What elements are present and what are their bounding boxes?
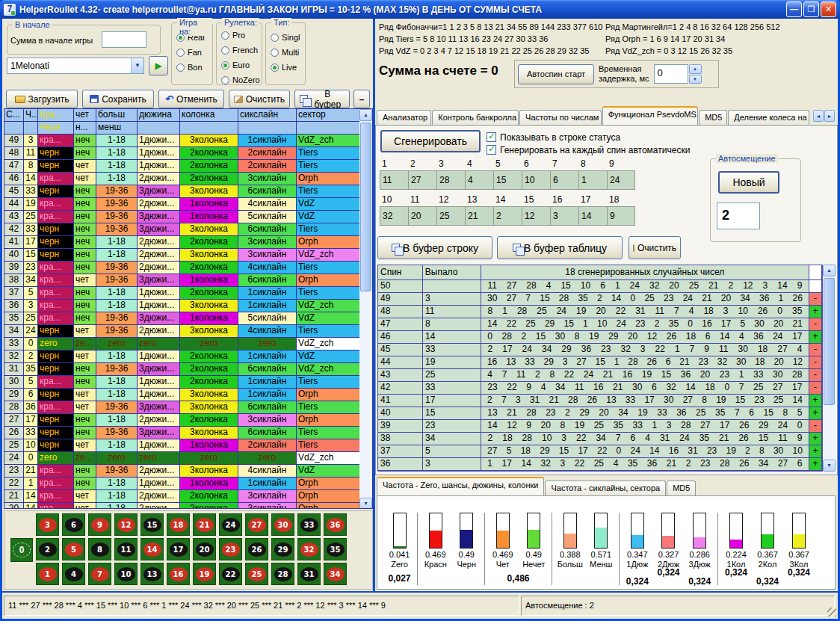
clear-button[interactable]: Очистить: [229, 90, 290, 108]
radio-nozero[interactable]: NoZero: [221, 73, 262, 87]
chevron-down-icon[interactable]: ▼: [131, 58, 143, 73]
table-row[interactable]: 2633черннеч19-363дюжи...3колонка6сиклайн…: [4, 427, 372, 439]
tab-Контроль банкролла[interactable]: Контроль банкролла: [432, 110, 519, 125]
bet-number-cell[interactable]: 22: [219, 563, 242, 585]
bet-number-cell[interactable]: 29: [271, 538, 294, 560]
clear-gen-button[interactable]: Очистить: [629, 236, 681, 259]
bet-number-cell[interactable]: 2: [36, 538, 59, 560]
tab-scroll-arrows[interactable]: ◄ ►: [813, 110, 835, 122]
table-row[interactable]: 330zeroze...zerozerozerozeroVdZ_zch: [4, 338, 372, 350]
gen-table-row[interactable]: 3834218281032234764312435212615119+: [378, 433, 822, 445]
bet-number-cell[interactable]: 35: [324, 538, 347, 560]
radio-french[interactable]: French: [221, 43, 262, 57]
generate-button[interactable]: Сгенерировать: [380, 130, 481, 152]
close-button[interactable]: ✕: [821, 1, 836, 17]
table-row[interactable]: 4233черннеч19-363дюжи...3колонка6сиклайн…: [4, 223, 372, 236]
table-row[interactable]: 2321кра...неч19-362дюжи...3колонка4сикла…: [4, 465, 372, 478]
bet-number-cell[interactable]: 1: [36, 563, 59, 585]
bet-number-cell[interactable]: 19: [193, 563, 216, 585]
bet-number-cell[interactable]: 36: [324, 513, 347, 536]
scroll-up-icon[interactable]: ▲: [823, 265, 836, 276]
tab-Анализатор[interactable]: Анализатор: [377, 110, 431, 125]
table-row[interactable]: 2836кра...чет19-363дюжи...3колонка6сикла…: [4, 401, 372, 414]
resize-grip[interactable]: [827, 608, 836, 617]
bet-number-cell[interactable]: 17: [167, 538, 190, 560]
gen-table-row[interactable]: 47814222529151102423235016175302021-: [378, 318, 822, 331]
table-row[interactable]: 3525кра...неч19-363дюжи...1колонка5сикла…: [4, 312, 372, 325]
minimize-button[interactable]: —: [786, 1, 802, 17]
title-bar[interactable]: 7 HelperRoullet 4.32- create helperroull…: [0, 0, 840, 19]
load-button[interactable]: Загрузить: [6, 90, 78, 108]
bet-number-cell[interactable]: 27: [245, 513, 268, 536]
checkbox-icon[interactable]: [487, 132, 496, 142]
bet-number-cell[interactable]: 12: [114, 513, 138, 536]
table-row[interactable]: 3424чернчет19-362дюжи...3колонка4сиклайн…: [4, 325, 372, 338]
bet-number-cell[interactable]: 9: [88, 513, 111, 536]
checkbox-autogenerate[interactable]: Генерировать на каждый спин автоматическ…: [487, 143, 690, 156]
bet-number-cell[interactable]: 3: [36, 513, 59, 536]
generated-table-scrollbar[interactable]: ▲ ▼: [823, 265, 836, 472]
tab-scroll-left-icon[interactable]: ◄: [813, 110, 824, 122]
scroll-down-icon[interactable]: ▼: [359, 498, 372, 509]
table-row[interactable]: 4015черннеч1-182дюжи...3колонка3сиклайнV…: [4, 249, 372, 262]
bet-number-cell[interactable]: 13: [140, 563, 164, 585]
scroll-down-icon[interactable]: ▼: [823, 460, 836, 472]
gen-table-row[interactable]: 49330277152835214025232421203436126-: [378, 293, 822, 306]
bet-number-cell[interactable]: 7: [88, 563, 111, 585]
radio-multi[interactable]: Multi: [271, 46, 305, 59]
preset-combobox[interactable]: 1Melonati ▼: [7, 58, 144, 74]
tab-Частоты по числам[interactable]: Частоты по числам: [519, 110, 602, 125]
freq-tab-MD5[interactable]: MD5: [667, 481, 696, 495]
bet-number-cell[interactable]: 34: [324, 563, 347, 585]
table-row[interactable]: 4811черннеч1-181дюжи...2колонка2сиклайнT…: [4, 147, 372, 160]
gen-table-row[interactable]: 46140282153081929201226186144362417+: [378, 331, 822, 344]
bet-number-cell[interactable]: 6: [62, 513, 85, 536]
gen-table-row[interactable]: 37527518291517220241416312319283010+: [378, 445, 822, 458]
table-row[interactable]: 4614кра...чет1-182дюжи...2колонка3сиклай…: [4, 173, 372, 185]
bet-number-cell[interactable]: 31: [297, 563, 321, 585]
gen-table-row[interactable]: 39231412920819253533132827172629240-: [378, 420, 822, 433]
buffer-table-button[interactable]: В буфер таблицу: [497, 236, 623, 259]
tab-Деление колеса на[interactable]: Деление колеса на: [728, 110, 809, 125]
play-button[interactable]: ▶: [149, 56, 168, 75]
table-row[interactable]: 2510чернчет1-181дюжи...1колонка2сиклайнT…: [4, 439, 372, 452]
table-row[interactable]: 322чернчет1-181дюжи...2колонка1сиклайнVd…: [4, 350, 372, 363]
bet-number-cell[interactable]: 5: [62, 538, 85, 560]
radio-bon[interactable]: Bon: [176, 61, 212, 74]
freq-tab-Частота - сиклайны, сектора[interactable]: Частота - сиклайны, сектора: [545, 481, 666, 495]
freq-tab-Частота - Zero, шансы, дюжины, колонки[interactable]: Частота - Zero, шансы, дюжины, колонки: [377, 477, 544, 495]
gen-table-row[interactable]: 43254711282224211619153620231333028-: [378, 369, 822, 382]
undo-button[interactable]: ↶Отменить: [158, 90, 224, 108]
radio-singl[interactable]: Singl: [271, 31, 305, 44]
spin-down-icon[interactable]: ▼: [689, 75, 702, 84]
table-row[interactable]: 493кра...неч1-181дюжи...3колонка1сиклайн…: [4, 135, 372, 147]
scrollbar-thumb[interactable]: [824, 278, 835, 405]
table-row[interactable]: 4533черннеч19-363дюжи...3колонка6сиклайн…: [4, 185, 372, 198]
new-button[interactable]: Новый: [718, 171, 779, 194]
table-row[interactable]: 3834кра...чет19-363дюжи...1колонка6сикла…: [4, 274, 372, 287]
table-row[interactable]: 3923кра...неч19-362дюжи...2колонка4сикла…: [4, 262, 372, 274]
gen-table-row[interactable]: 4533217243429362332322179113018274-: [378, 344, 822, 356]
minus-button[interactable]: –: [353, 90, 370, 108]
table-row[interactable]: 2014кра...чет1-182дюжи...2колонка3сиклай…: [4, 503, 372, 509]
table-row[interactable]: 3135черннеч19-363дюжи...2колонка6сиклайн…: [4, 363, 372, 376]
gen-table-row[interactable]: 3631171432322254353621223282634276+: [378, 458, 822, 471]
bet-number-cell[interactable]: 32: [297, 538, 321, 560]
bet-number-cell[interactable]: 15: [140, 513, 164, 536]
bet-number-cell[interactable]: 14: [140, 538, 164, 560]
bet-number-cell[interactable]: 21: [193, 513, 216, 536]
save-button[interactable]: Сохранить: [82, 90, 154, 108]
bet-number-cell[interactable]: 26: [245, 538, 268, 560]
table-row[interactable]: 305кра...неч1-181дюжи...2колонка1сиклайн…: [4, 376, 372, 389]
gen-table-row[interactable]: 411727331212826133317302781915232514+: [378, 395, 822, 407]
bet-number-cell[interactable]: 4: [62, 563, 85, 585]
table-row[interactable]: 363кра...неч1-181дюжи...3колонка1сиклайн…: [4, 300, 372, 312]
bet-number-cell[interactable]: 24: [219, 513, 242, 536]
gen-table-row[interactable]: 40151321282322920341933362535761585+: [378, 407, 822, 420]
bet-zero-cell[interactable]: 0: [10, 538, 33, 562]
gen-table-row[interactable]: 4811812825241920223111741831026035+: [378, 306, 822, 318]
bet-number-cell[interactable]: 30: [271, 513, 294, 536]
start-sum-input[interactable]: [102, 31, 146, 48]
table-row[interactable]: 4325кра...неч19-363дюжи...1колонка5сикла…: [4, 211, 372, 223]
tab-MD5[interactable]: MD5: [699, 110, 727, 125]
